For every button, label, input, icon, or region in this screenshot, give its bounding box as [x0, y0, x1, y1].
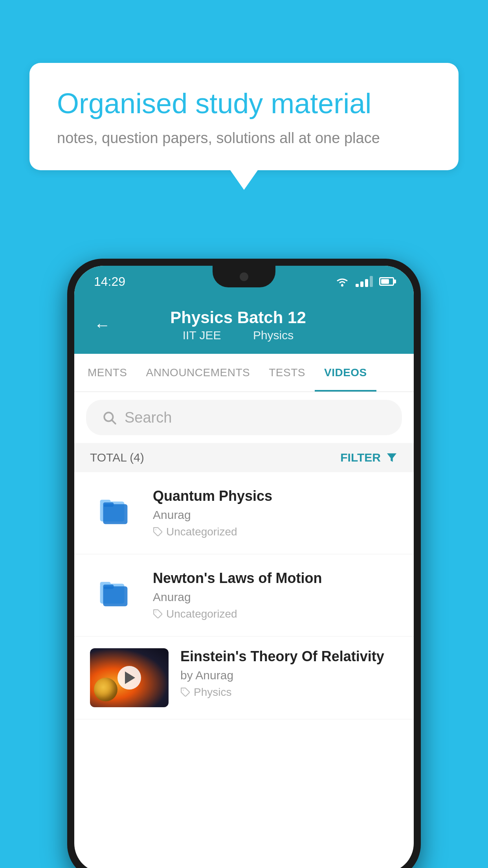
- camera: [240, 272, 248, 281]
- header-subtitle-part2: Physics: [253, 329, 294, 342]
- svg-line-2: [112, 420, 116, 424]
- item-info-newton: Newton's Laws of Motion Anurag Uncategor…: [153, 570, 398, 620]
- tab-ments[interactable]: MENTS: [78, 354, 137, 392]
- video-tag: Physics: [180, 686, 398, 699]
- play-icon: [125, 671, 135, 684]
- video-author: Anurag: [153, 590, 398, 604]
- list-item[interactable]: Quantum Physics Anurag Uncategorized: [74, 472, 414, 554]
- list-item[interactable]: Newton's Laws of Motion Anurag Uncategor…: [74, 554, 414, 636]
- header-subtitle-part1: IIT JEE: [183, 329, 221, 342]
- header-subtitle: IIT JEE Physics: [122, 329, 354, 342]
- signal-icon: [356, 276, 373, 287]
- tag-icon: [153, 527, 163, 537]
- item-thumbnail-quantum: [90, 488, 141, 531]
- search-placeholder: Search: [125, 409, 172, 426]
- status-icons: [335, 276, 394, 287]
- video-thumbnail-einstein: [90, 648, 169, 707]
- svg-rect-11: [103, 585, 114, 589]
- video-title: Quantum Physics: [153, 488, 398, 504]
- search-icon: [102, 410, 117, 425]
- tag-icon: [180, 687, 191, 697]
- video-tag: Uncategorized: [153, 608, 398, 620]
- svg-rect-5: [103, 504, 128, 524]
- phone-frame: 14:29: [67, 259, 421, 868]
- item-thumbnail-newton: [90, 570, 141, 613]
- play-button[interactable]: [117, 666, 141, 690]
- status-bar: 14:29: [74, 266, 414, 297]
- total-label: TOTAL (4): [90, 451, 144, 464]
- svg-rect-6: [103, 502, 114, 507]
- planet-decoration: [94, 678, 117, 701]
- search-bar[interactable]: Search: [86, 400, 402, 435]
- bubble-subtitle: notes, question papers, solutions all at…: [57, 130, 431, 147]
- video-tag: Uncategorized: [153, 526, 398, 538]
- back-button[interactable]: ←: [94, 316, 110, 335]
- phone-screen: 14:29: [74, 266, 414, 868]
- header-info: Physics Batch 12 IIT JEE Physics: [122, 308, 354, 342]
- svg-point-0: [341, 284, 343, 287]
- tab-videos[interactable]: VIDEOS: [315, 354, 376, 392]
- header-subtitle-separator: [234, 329, 240, 342]
- notch: [213, 266, 275, 287]
- item-info-einstein: Einstein's Theory Of Relativity by Anura…: [180, 648, 398, 699]
- video-author: by Anurag: [180, 669, 398, 682]
- bubble-title: Organised study material: [57, 86, 431, 120]
- speech-bubble-section: Organised study material notes, question…: [29, 63, 459, 190]
- filter-label: FILTER: [340, 451, 381, 464]
- speech-bubble-arrow: [230, 170, 258, 190]
- filter-button[interactable]: FILTER: [340, 451, 398, 464]
- status-time: 14:29: [94, 274, 125, 289]
- search-container: Search: [74, 392, 414, 443]
- item-info-quantum: Quantum Physics Anurag Uncategorized: [153, 488, 398, 538]
- tab-announcements[interactable]: ANNOUNCEMENTS: [137, 354, 260, 392]
- folder-icon: [98, 492, 133, 527]
- filter-icon: [385, 451, 398, 464]
- filter-row: TOTAL (4) FILTER: [74, 443, 414, 472]
- video-author: Anurag: [153, 508, 398, 522]
- tag-icon: [153, 609, 163, 619]
- folder-icon: [98, 574, 133, 609]
- header-title: Physics Batch 12: [122, 308, 354, 327]
- app-header: ← Physics Batch 12 IIT JEE Physics: [74, 297, 414, 354]
- wifi-icon: [335, 276, 349, 287]
- list-item[interactable]: Einstein's Theory Of Relativity by Anura…: [74, 636, 414, 719]
- tabs-bar: MENTS ANNOUNCEMENTS TESTS VIDEOS: [74, 354, 414, 392]
- battery-icon: [379, 277, 394, 286]
- video-title: Einstein's Theory Of Relativity: [180, 648, 398, 665]
- speech-bubble-card: Organised study material notes, question…: [29, 63, 459, 170]
- svg-rect-10: [103, 587, 128, 607]
- video-title: Newton's Laws of Motion: [153, 570, 398, 587]
- video-list: Quantum Physics Anurag Uncategorized: [74, 472, 414, 719]
- tab-tests[interactable]: TESTS: [259, 354, 315, 392]
